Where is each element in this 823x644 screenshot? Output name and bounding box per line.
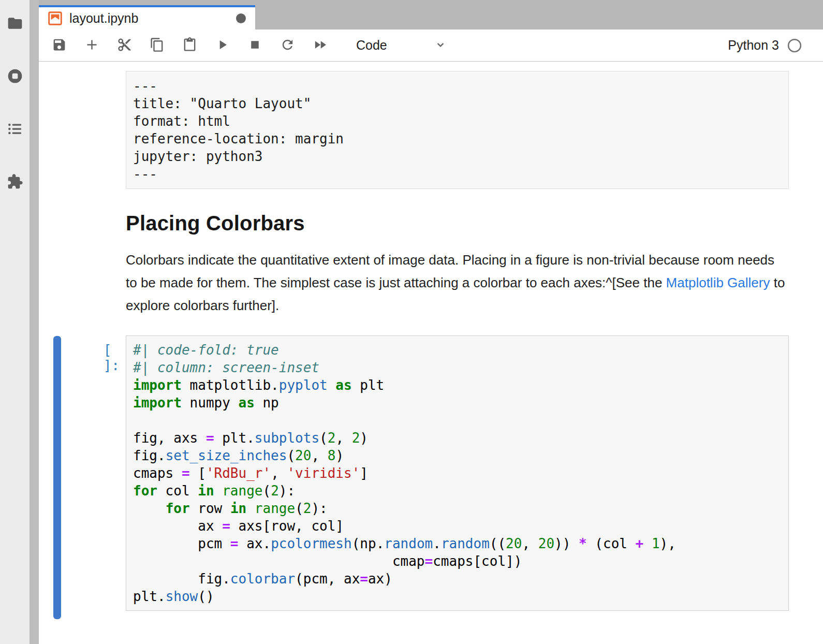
chevron-down-icon [434, 38, 447, 53]
run-cell-button[interactable] [214, 38, 230, 53]
code-line: cmap=cmaps[col]) [133, 552, 782, 570]
code-line: fig, axs = plt.subplots(2, 2) [133, 429, 782, 447]
raw-line: title: "Quarto Layout" [133, 95, 782, 112]
restart-kernel-button[interactable] [280, 38, 295, 53]
code-line: for col in range(2): [133, 482, 782, 500]
tab-layout-ipynb[interactable]: layout.ipynb [39, 5, 255, 30]
restart-run-all-button[interactable] [312, 38, 328, 53]
save-button[interactable] [51, 38, 67, 53]
scissors-icon [117, 37, 132, 54]
markdown-paragraph: Colorbars indicate the quantitative exte… [126, 248, 786, 317]
execution-prompt: [ ]: [104, 342, 120, 373]
code-line: for row in range(2): [133, 500, 782, 517]
code-line: cmaps = ['RdBu_r', 'viridis'] [133, 464, 782, 482]
sidebar-item-table-of-contents[interactable] [6, 120, 24, 139]
sidebar-item-running-kernels[interactable] [6, 67, 24, 86]
tab-bar: layout.ipynb [39, 0, 823, 30]
list-icon [7, 121, 23, 139]
code-line [133, 412, 782, 429]
tab-title: layout.ipynb [69, 11, 138, 26]
stop-icon [247, 37, 262, 54]
code-editor[interactable]: #| code-fold: true#| column: screen-inse… [126, 335, 789, 611]
code-line: ax = axs[row, col] [133, 517, 782, 535]
raw-line: jupyter: python3 [133, 148, 782, 165]
code-line: #| column: screen-inset [133, 359, 782, 376]
code-line: plt.show() [133, 588, 782, 605]
sidebar-divider [30, 0, 39, 644]
left-sidebar [0, 0, 30, 644]
code-line: pcm = ax.pcolormesh(np.random.random((20… [133, 535, 782, 552]
code-line: import matplotlib.pyplot as plt [133, 376, 782, 394]
jupyterlab-window: layout.ipynb [0, 0, 823, 644]
matplotlib-gallery-link[interactable]: Matplotlib Gallery [666, 275, 770, 290]
sidebar-item-extensions[interactable] [6, 173, 24, 192]
raw-line: reference-location: margin [133, 130, 782, 148]
raw-line: --- [133, 165, 782, 183]
sidebar-item-file-browser[interactable] [6, 14, 24, 33]
notebook-file-icon [48, 11, 62, 25]
insert-cell-button[interactable] [84, 38, 99, 53]
cell-type-dropdown[interactable]: Code [356, 38, 447, 53]
plus-icon [84, 37, 99, 54]
raw-cell-frontmatter[interactable]: ---title: "Quarto Layout"format: htmlref… [126, 71, 789, 189]
clipboard-icon [182, 37, 197, 54]
kernel-status-icon[interactable] [787, 38, 802, 53]
copy-icon [150, 37, 165, 54]
active-cell-indicator[interactable] [53, 336, 61, 619]
markdown-cell[interactable]: Placing Colorbars Colorbars indicate the… [126, 212, 789, 317]
kernel-name[interactable]: Python 3 [728, 38, 779, 53]
paste-cells-button[interactable] [182, 38, 197, 53]
folder-icon [7, 15, 23, 33]
notebook-toolbar: Code Python 3 [39, 30, 823, 62]
refresh-icon [280, 37, 295, 54]
code-cell[interactable]: [ ]: #| code-fold: true#| column: screen… [126, 335, 789, 619]
markdown-heading: Placing Colorbars [126, 212, 789, 235]
puzzle-icon [7, 173, 23, 192]
cell-type-value: Code [356, 38, 387, 53]
code-line: import numpy as np [133, 394, 782, 412]
code-line: fig.colorbar(pcm, ax=ax) [133, 570, 782, 588]
fast-forward-icon [313, 37, 328, 54]
raw-line: --- [133, 77, 782, 95]
cut-cells-button[interactable] [116, 38, 132, 53]
save-icon [52, 37, 67, 54]
stop-circle-icon [7, 68, 23, 86]
code-line: #| code-fold: true [133, 341, 782, 359]
copy-cells-button[interactable] [149, 38, 165, 53]
interrupt-kernel-button[interactable] [247, 38, 262, 53]
raw-line: format: html [133, 112, 782, 130]
main-panel: layout.ipynb [39, 0, 823, 644]
code-line: fig.set_size_inches(20, 8) [133, 447, 782, 464]
notebook-content: ---title: "Quarto Layout"format: htmlref… [39, 62, 823, 644]
unsaved-changes-indicator[interactable] [236, 13, 246, 23]
play-icon [215, 37, 230, 54]
